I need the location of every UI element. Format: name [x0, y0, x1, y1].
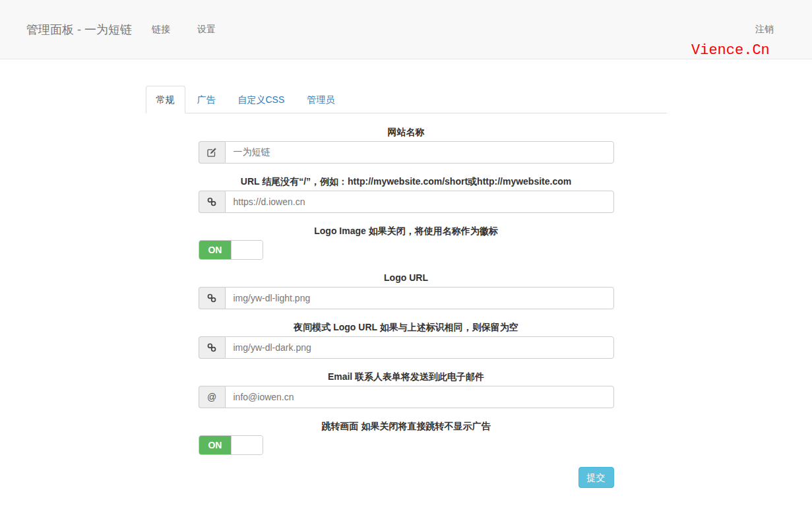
email-label: Email 联系人表单将发送到此电子邮件	[199, 371, 614, 383]
link-icon	[199, 287, 225, 309]
toggle-handle	[231, 241, 262, 259]
site-name-input[interactable]	[225, 141, 614, 164]
logo-image-label: Logo Image 如果关闭，将使用名称作为徽标	[199, 225, 614, 237]
tab-custom-css[interactable]: 自定义CSS	[228, 86, 296, 113]
settings-panel: 常规 广告 自定义CSS 管理员 网站名称 URL 结尾没有“/”，例如：htt…	[146, 86, 667, 488]
dark-logo-url-label: 夜间模式 Logo URL 如果与上述标识相同，则保留为空	[199, 321, 614, 334]
link-icon	[199, 336, 225, 359]
logo-url-label: Logo URL	[199, 272, 614, 284]
field-logo-url: Logo URL	[199, 272, 614, 309]
navbar-links: 链接 设置	[152, 24, 216, 36]
logo-url-input-group	[199, 287, 614, 309]
tab-ads[interactable]: 广告	[187, 86, 226, 113]
field-logo-image-toggle: Logo Image 如果关闭，将使用名称作为徽标 ON	[199, 225, 614, 260]
toggle-on-label: ON	[199, 436, 232, 454]
field-email: Email 联系人表单将发送到此电子邮件 @	[199, 371, 614, 408]
tab-bar: 常规 广告 自定义CSS 管理员	[146, 86, 667, 113]
nav-item-settings[interactable]: 设置	[197, 24, 216, 36]
base-url-label: URL 结尾没有“/”，例如：http://mywebsite.com/shor…	[199, 175, 614, 188]
watermark-text: Vience.Cn	[691, 42, 770, 59]
navbar-brand[interactable]: 管理面板 - 一为短链	[26, 22, 132, 38]
logo-url-input[interactable]	[225, 287, 614, 309]
dark-logo-url-input-group	[199, 336, 614, 359]
logout-link[interactable]: 注销	[755, 24, 774, 36]
submit-button[interactable]: 提交	[578, 467, 614, 488]
submit-row: 提交	[199, 467, 614, 488]
tab-general[interactable]: 常规	[146, 86, 185, 113]
nav-item-links[interactable]: 链接	[152, 24, 170, 36]
field-base-url: URL 结尾没有“/”，例如：http://mywebsite.com/shor…	[199, 175, 614, 213]
field-dark-logo-url: 夜间模式 Logo URL 如果与上述标识相同，则保留为空	[199, 321, 614, 359]
splash-toggle[interactable]: ON	[199, 435, 263, 455]
splash-label: 跳转画面 如果关闭将直接跳转不显示广告	[199, 420, 614, 433]
logo-image-toggle[interactable]: ON	[199, 240, 263, 260]
site-name-input-group	[199, 141, 614, 164]
toggle-handle	[231, 436, 262, 454]
tab-content-general: 网站名称 URL 结尾没有“/”，例如：http://mywebsite.com…	[146, 113, 667, 488]
toggle-on-label: ON	[199, 241, 232, 259]
field-splash-toggle: 跳转画面 如果关闭将直接跳转不显示广告 ON	[199, 420, 614, 455]
dark-logo-url-input[interactable]	[225, 336, 614, 359]
base-url-input-group	[199, 191, 614, 213]
email-input-group: @	[199, 386, 614, 408]
navbar: 管理面板 - 一为短链 链接 设置 注销	[0, 0, 812, 59]
field-site-name: 网站名称	[199, 126, 614, 164]
tab-admin[interactable]: 管理员	[296, 86, 345, 113]
site-name-label: 网站名称	[199, 126, 614, 138]
at-icon: @	[199, 386, 225, 408]
base-url-input[interactable]	[225, 191, 614, 213]
email-input[interactable]	[225, 386, 614, 408]
link-icon	[199, 191, 225, 213]
edit-icon	[199, 141, 225, 164]
